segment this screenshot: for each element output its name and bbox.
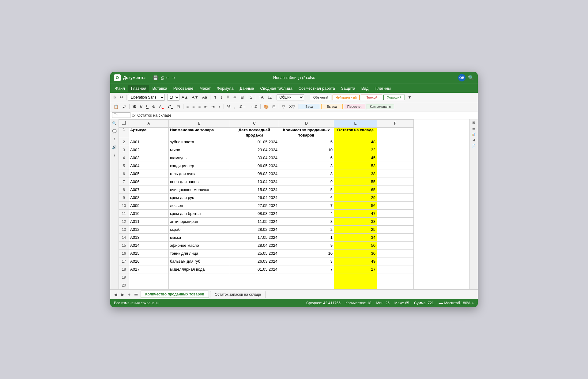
cell-C15[interactable]: 28.04.2024: [230, 242, 279, 250]
search-icon[interactable]: 🔍: [111, 121, 117, 126]
cell-A20[interactable]: [129, 281, 169, 289]
cell-C18[interactable]: 01.05.2024: [230, 265, 279, 273]
arrow-left-icon[interactable]: ◀: [473, 138, 475, 142]
cell-F3[interactable]: [377, 146, 414, 154]
cell-D3[interactable]: 10: [279, 146, 334, 154]
col-header-B[interactable]: B: [169, 119, 230, 127]
cell-D10[interactable]: 7: [279, 202, 334, 210]
cell-A17[interactable]: А016: [129, 257, 169, 265]
format-paint-btn[interactable]: 🖌: [121, 103, 128, 110]
cell-D15[interactable]: 9: [279, 242, 334, 250]
strikethrough-btn[interactable]: Ф: [151, 103, 157, 110]
style-output[interactable]: Вывод: [321, 104, 343, 109]
col-header-E[interactable]: E: [334, 119, 377, 127]
cell-A6[interactable]: А005: [129, 170, 169, 178]
tab-2[interactable]: Остаток запасов на складе: [210, 291, 266, 298]
cell-E13[interactable]: 25: [334, 226, 377, 234]
cell-A16[interactable]: А015: [129, 250, 169, 257]
col-header-C[interactable]: C: [230, 119, 279, 127]
menu-data[interactable]: Данные: [237, 85, 257, 92]
view-icon[interactable]: ⊞: [472, 121, 475, 125]
cell-E4[interactable]: 45: [334, 154, 377, 162]
corner-header[interactable]: [119, 119, 129, 127]
italic-btn[interactable]: К: [138, 103, 144, 110]
cell-D12[interactable]: 8: [279, 218, 334, 226]
cell-C14[interactable]: 17.05.2024: [230, 234, 279, 242]
tab-nav-next[interactable]: ▶: [120, 291, 126, 298]
cell-B17[interactable]: бальзам для губ: [169, 257, 230, 265]
print-icon[interactable]: 🖨: [160, 75, 164, 80]
cell-D13[interactable]: 2: [279, 226, 334, 234]
cell-E12[interactable]: 38: [334, 218, 377, 226]
formula-icon[interactable]: ƒ: [113, 137, 116, 142]
cell-C2[interactable]: 01.05.2024: [230, 138, 279, 146]
cell-E11[interactable]: 47: [334, 210, 377, 218]
sum-btn[interactable]: Σ: [249, 94, 254, 100]
tab-add-btn[interactable]: +: [127, 291, 132, 298]
cell-C20[interactable]: [230, 281, 279, 289]
cell-C7[interactable]: 10.04.2024: [230, 178, 279, 186]
tab-1[interactable]: Количество проданных товаров: [141, 291, 209, 298]
cell-D6[interactable]: 8: [279, 170, 334, 178]
cell-C6[interactable]: 08.03.2024: [230, 170, 279, 178]
comma-btn[interactable]: ,: [233, 103, 237, 110]
style-input[interactable]: Ввод: [299, 104, 320, 109]
cell-E3[interactable]: 32: [334, 146, 377, 154]
cell-E1[interactable]: Остаток на складе: [334, 127, 377, 138]
style-bad[interactable]: Плохой: [361, 95, 382, 100]
cell-A4[interactable]: А003: [129, 154, 169, 162]
cell-F13[interactable]: [377, 226, 414, 234]
size-selector[interactable]: 10: [167, 94, 179, 101]
info-icon[interactable]: ℹ: [113, 152, 116, 158]
cell-F11[interactable]: [377, 210, 414, 218]
cell-C19[interactable]: [230, 273, 279, 281]
merge-btn[interactable]: ⊞: [239, 94, 245, 100]
cell-D18[interactable]: 7: [279, 265, 334, 273]
speaker-icon[interactable]: 🔊: [111, 144, 117, 150]
cell-E18[interactable]: 27: [334, 265, 377, 273]
cell-E16[interactable]: 30: [334, 250, 377, 257]
menu-layout[interactable]: Макет: [196, 85, 214, 92]
cell-D14[interactable]: 1: [279, 234, 334, 242]
cell-F17[interactable]: [377, 257, 414, 265]
cell-B11[interactable]: крем для бритья: [169, 210, 230, 218]
redo-icon[interactable]: ↪: [172, 75, 175, 80]
cell-B1[interactable]: Наименование товара: [169, 127, 230, 138]
cell-E15[interactable]: 50: [334, 242, 377, 250]
align-bot-btn[interactable]: ⬇: [225, 94, 231, 100]
cell-D7[interactable]: 9: [279, 178, 334, 186]
menu-draw[interactable]: Рисование: [170, 85, 196, 92]
cell-D2[interactable]: 5: [279, 138, 334, 146]
tab-list-btn[interactable]: ☰: [133, 291, 139, 298]
cell-A15[interactable]: А014: [129, 242, 169, 250]
format-selector[interactable]: Общий: [277, 94, 304, 100]
lines-icon[interactable]: ☰: [472, 126, 475, 130]
cell-A2[interactable]: А001: [129, 138, 169, 146]
cell-D19[interactable]: [279, 273, 334, 281]
cell-ref-input[interactable]: [112, 112, 130, 118]
formula-input[interactable]: [137, 113, 476, 118]
cell-F1[interactable]: [377, 127, 414, 138]
cell-F16[interactable]: [377, 250, 414, 257]
menu-formula[interactable]: Формула: [214, 85, 236, 92]
cell-A3[interactable]: А002: [129, 146, 169, 154]
align-top-btn[interactable]: ⬆: [212, 94, 218, 100]
cell-B13[interactable]: скраб: [169, 226, 230, 234]
cell-A13[interactable]: А012: [129, 226, 169, 234]
cell-B10[interactable]: лосьон: [169, 202, 230, 210]
align-mid-btn[interactable]: ↕: [219, 94, 224, 100]
undo-icon[interactable]: ↩: [166, 75, 170, 80]
cell-C16[interactable]: 25.05.2024: [230, 250, 279, 257]
cell-F12[interactable]: [377, 218, 414, 226]
cell-F5[interactable]: [377, 162, 414, 170]
font-grow-btn[interactable]: A▲: [180, 94, 190, 100]
styles-more-btn[interactable]: ▼: [406, 94, 413, 100]
zoom-in-btn[interactable]: +: [472, 301, 474, 306]
align-right-btn[interactable]: ≡: [197, 103, 202, 110]
cell-F20[interactable]: [377, 281, 414, 289]
cell-B6[interactable]: гель для душа: [169, 170, 230, 178]
dec-dec-btn[interactable]: ←.0: [248, 103, 259, 110]
cell-E14[interactable]: 34: [334, 234, 377, 242]
cell-B15[interactable]: эфирное масло: [169, 242, 230, 250]
copy-btn[interactable]: ⎘: [112, 94, 118, 100]
